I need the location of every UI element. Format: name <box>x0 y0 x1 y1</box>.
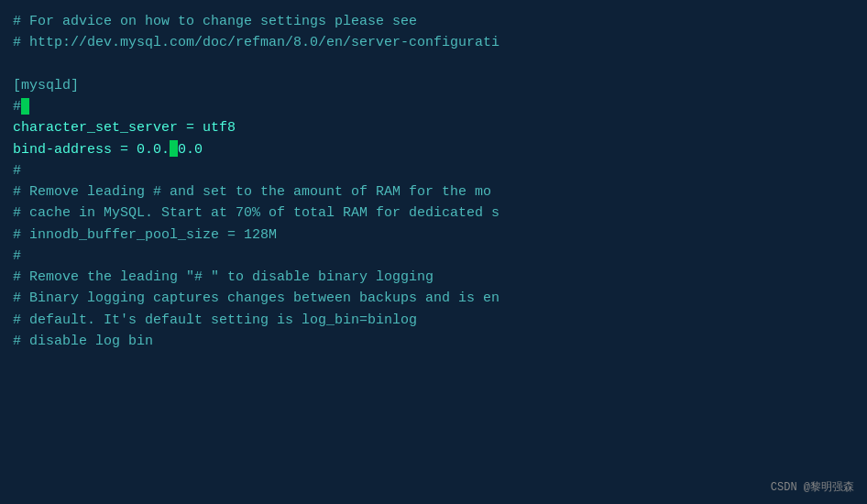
text-cursor <box>21 98 29 115</box>
text-cursor-2 <box>170 140 178 157</box>
code-line-9: # Remove leading # and set to the amount… <box>13 181 854 203</box>
code-line-12: # <box>13 246 854 267</box>
code-line-5: # <box>13 96 854 117</box>
code-line-2: # http://dev.mysql.com/doc/refman/8.0/en… <box>13 32 854 53</box>
code-line-4: [mysqld] <box>13 75 854 96</box>
code-line-15: # default. It's default setting is log_b… <box>13 310 854 331</box>
code-line-11: # innodb_buffer_pool_size = 128M <box>13 225 854 246</box>
code-line-7: bind-address = 0.0.0.0 <box>13 139 854 160</box>
code-line-3 <box>13 54 854 75</box>
code-line-10: # cache in MySQL. Start at 70% of total … <box>13 203 854 224</box>
code-line-1: # For advice on how to change settings p… <box>13 11 854 32</box>
code-line-8: # <box>13 160 854 181</box>
editor-container: # For advice on how to change settings p… <box>0 0 867 504</box>
code-line-6: character_set_server = utf8 <box>13 117 854 138</box>
code-line-13: # Remove the leading "# " to disable bin… <box>13 267 854 288</box>
code-line-16: # disable log bin <box>13 331 854 352</box>
code-line-14: # Binary logging captures changes betwee… <box>13 288 854 309</box>
watermark: CSDN @黎明强森 <box>771 479 854 495</box>
